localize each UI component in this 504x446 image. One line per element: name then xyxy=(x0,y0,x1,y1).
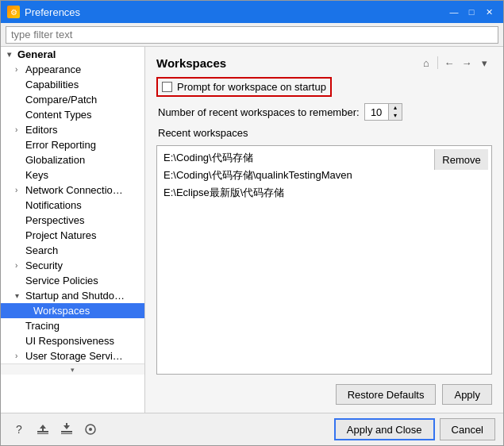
tree-item-workspaces[interactable]: Workspaces xyxy=(1,303,144,318)
action-row: Restore Defaults Apply xyxy=(156,384,492,405)
content-nav: Workspaces ⌂ ← → ▾ xyxy=(156,55,492,71)
recent-count-spinner: ▴ ▾ xyxy=(364,103,402,121)
tree-item-project-natures[interactable]: Project Natures xyxy=(1,228,144,243)
svg-rect-1 xyxy=(37,433,48,434)
spinner-up-button[interactable]: ▴ xyxy=(389,104,402,112)
content-panel: Workspaces ⌂ ← → ▾ Prompt for workspace … xyxy=(145,47,503,413)
tree-label-tracing: Tracing xyxy=(25,320,60,332)
main-content: ▾General›AppearanceCapabilitiesCompare/P… xyxy=(1,47,503,413)
tree-label-compare-patch: Compare/Patch xyxy=(25,94,97,106)
tree-item-ui-responsiveness[interactable]: UI Responsiveness xyxy=(1,333,144,348)
apply-button[interactable]: Apply xyxy=(442,384,492,405)
tree-scroll-down[interactable]: ▾ xyxy=(1,363,144,375)
preferences-icon: ⚙ xyxy=(7,6,20,18)
prompt-checkbox[interactable] xyxy=(162,82,172,92)
bottom-left: ? xyxy=(9,419,101,440)
nav-back-button[interactable]: ← xyxy=(441,55,457,71)
spinner-down-button[interactable]: ▾ xyxy=(389,112,402,120)
tree-item-tracing[interactable]: Tracing xyxy=(1,318,144,333)
svg-marker-2 xyxy=(40,425,46,431)
tree-container: ▾General›AppearanceCapabilitiesCompare/P… xyxy=(1,47,144,363)
restore-defaults-button[interactable]: Restore Defaults xyxy=(336,384,437,405)
content-title: Workspaces xyxy=(156,56,226,70)
tree-label-error-reporting: Error Reporting xyxy=(25,139,96,151)
search-input[interactable] xyxy=(6,26,498,44)
tree-item-network-connections[interactable]: ›Network Connectio… xyxy=(1,183,144,198)
expand-icon-security: › xyxy=(15,261,23,270)
tree-label-editors: Editors xyxy=(25,124,57,136)
tree-item-capabilities[interactable]: Capabilities xyxy=(1,77,144,92)
svg-point-7 xyxy=(89,428,92,431)
workspace-entry[interactable]: E:\Coding\代码存储\qualinkTestingMaven xyxy=(160,167,431,184)
tree-label-security: Security xyxy=(25,260,63,271)
dialog-title: Preferences xyxy=(25,6,80,18)
import-icon xyxy=(37,423,49,436)
minimize-button[interactable]: — xyxy=(446,5,462,19)
tree-label-workspaces: Workspaces xyxy=(33,305,90,317)
spinner-buttons: ▴ ▾ xyxy=(389,104,402,120)
expand-icon-appearance: › xyxy=(15,65,23,74)
export-icon xyxy=(60,423,73,436)
recent-workspaces-label: Recent workspaces xyxy=(158,127,492,139)
tree-item-search[interactable]: Search xyxy=(1,243,144,258)
workspace-entry[interactable]: E:\Eclipse最新版\代码存储 xyxy=(160,184,431,202)
tree-label-perspectives: Perspectives xyxy=(25,214,84,226)
help-button[interactable]: ? xyxy=(9,419,29,440)
nav-home-button[interactable]: ⌂ xyxy=(418,55,434,71)
tree-label-notifications: Notifications xyxy=(25,199,82,211)
tree-item-notifications[interactable]: Notifications xyxy=(1,198,144,213)
nav-separator xyxy=(437,56,438,69)
recent-count-label: Number of recent workspaces to remember: xyxy=(158,106,360,118)
link-icon xyxy=(84,423,97,436)
bottom-bar: ? xyxy=(1,413,503,445)
close-button[interactable]: ✕ xyxy=(481,5,497,19)
tree-item-globalization[interactable]: Globalization xyxy=(1,152,144,167)
recent-count-row: Number of recent workspaces to remember:… xyxy=(158,103,492,121)
tree-label-user-storage: User Storage Servi… xyxy=(25,350,123,362)
link-button[interactable] xyxy=(80,419,101,440)
tree-item-keys[interactable]: Keys xyxy=(1,167,144,183)
tree-label-project-natures: Project Natures xyxy=(25,229,97,241)
tree-item-startup-shutdown[interactable]: ▾Startup and Shutdo… xyxy=(1,288,144,303)
tree-label-content-types: Content Types xyxy=(25,109,92,121)
tree-item-perspectives[interactable]: Perspectives xyxy=(1,213,144,228)
tree-label-network-connections: Network Connectio… xyxy=(25,184,123,196)
recent-count-value[interactable] xyxy=(365,104,389,120)
maximize-button[interactable]: □ xyxy=(464,5,479,19)
tree-item-security[interactable]: ›Security xyxy=(1,258,144,273)
workspace-entry[interactable]: E:\Coding\代码存储 xyxy=(160,149,431,167)
nav-buttons: ⌂ ← → ▾ xyxy=(418,55,492,71)
tree-item-service-policies[interactable]: Service Policies xyxy=(1,273,144,288)
apply-and-close-button[interactable]: Apply and Close xyxy=(334,418,435,440)
tree-item-general[interactable]: ▾General xyxy=(1,47,144,62)
expand-icon-startup-shutdown: ▾ xyxy=(15,291,23,300)
tree-item-editors[interactable]: ›Editors xyxy=(1,122,144,137)
tree-item-user-storage[interactable]: ›User Storage Servi… xyxy=(1,348,144,363)
title-bar: ⚙ Preferences — □ ✕ xyxy=(1,1,503,23)
tree-item-appearance[interactable]: ›Appearance xyxy=(1,62,144,77)
export-button[interactable] xyxy=(56,419,77,440)
nav-dropdown-button[interactable]: ▾ xyxy=(476,55,492,71)
tree-item-content-types[interactable]: Content Types xyxy=(1,107,144,122)
import-button[interactable] xyxy=(33,419,53,440)
expand-icon-general: ▾ xyxy=(7,50,15,59)
preferences-dialog: ⚙ Preferences — □ ✕ ▾General›AppearanceC… xyxy=(0,0,504,446)
title-buttons: — □ ✕ xyxy=(446,5,497,19)
tree-label-capabilities: Capabilities xyxy=(25,79,79,90)
tree-item-error-reporting[interactable]: Error Reporting xyxy=(1,137,144,152)
prompt-row: Prompt for workspace on startup xyxy=(156,77,332,97)
tree-label-search: Search xyxy=(25,244,58,256)
tree-label-globalization: Globalization xyxy=(25,154,85,166)
title-bar-left: ⚙ Preferences xyxy=(7,6,80,18)
tree-label-ui-responsiveness: UI Responsiveness xyxy=(25,335,114,347)
remove-button[interactable]: Remove xyxy=(434,149,488,170)
tree-panel: ▾General›AppearanceCapabilitiesCompare/P… xyxy=(1,47,145,413)
tree-label-startup-shutdown: Startup and Shutdo… xyxy=(25,290,125,302)
cancel-button[interactable]: Cancel xyxy=(440,418,495,440)
search-toolbar xyxy=(1,23,503,47)
nav-forward-button[interactable]: → xyxy=(459,55,475,71)
tree-label-service-policies: Service Policies xyxy=(25,275,98,286)
tree-item-compare-patch[interactable]: Compare/Patch xyxy=(1,92,144,107)
content-body: Prompt for workspace on startup Number o… xyxy=(156,77,492,405)
bottom-right: Apply and Close Cancel xyxy=(334,418,495,440)
